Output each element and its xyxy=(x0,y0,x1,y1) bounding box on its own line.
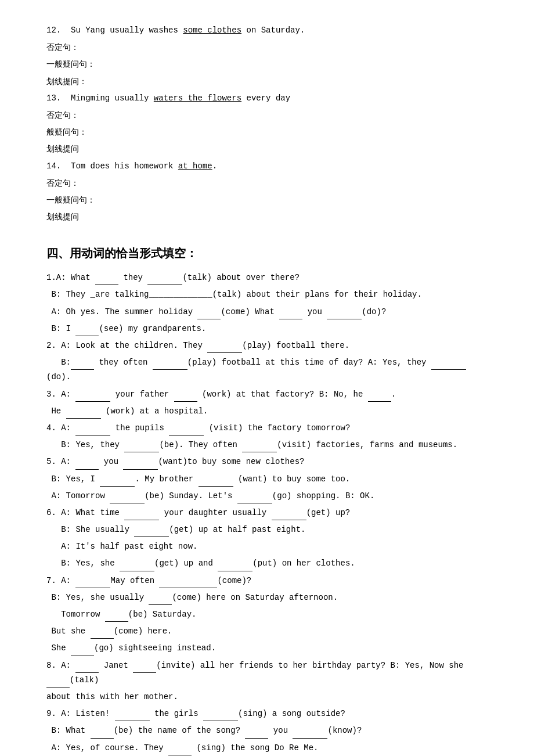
exercise-2: 2. A: Look at the children. They (play) … xyxy=(46,339,488,385)
ex3-line1: 3. A: your father (work) at that factory… xyxy=(46,387,488,402)
ex6-line1: 6. A: What time your daughter usually (g… xyxy=(46,506,488,520)
label-13-3: 划线提问 xyxy=(46,142,488,156)
ex9-line1: 9. A: Listen! the girls (sing) a song ou… xyxy=(46,707,488,721)
exercise-1: 1.A: What they (talk) about over there? … xyxy=(46,271,488,336)
label-14-2: 一般疑问句： xyxy=(46,193,488,207)
ex3-line2: He (work) at a hospital. xyxy=(46,404,488,419)
ex4-line1: 4. A: the pupils (visit) the factory tom… xyxy=(46,421,488,435)
part4-header: 四、用动词的恰当形式填空： xyxy=(46,243,488,264)
label-12-3: 划线提问： xyxy=(46,74,488,89)
label-13-1: 否定句： xyxy=(46,108,488,123)
ex5-line3: A: Tomorrow (be) Sunday. Let's (go) shop… xyxy=(46,489,488,503)
exercise-8: 8. A: Janet (invite) all her friends to … xyxy=(46,658,488,705)
ex7-line3: Tomorrow (be) Saturday. xyxy=(46,607,488,622)
label-14-1: 否定句： xyxy=(46,176,488,190)
ex9-line3: A: Yes, of course. They (sing) the song … xyxy=(46,741,488,755)
page-content: 12. Su Yang usually washes some clothes … xyxy=(46,23,488,756)
label-14-3: 划线提问 xyxy=(46,210,488,224)
sentence-14: 14. Tom does his homework at home. xyxy=(46,159,488,174)
label-12-1: 否定句： xyxy=(46,40,488,55)
part4-section: 四、用动词的恰当形式填空： 1.A: What they (talk) abou… xyxy=(46,243,488,756)
exercise-6: 6. A: What time your daughter usually (g… xyxy=(46,506,488,571)
sentence-12: 12. Su Yang usually washes some clothes … xyxy=(46,23,488,38)
exercise-4: 4. A: the pupils (visit) the factory tom… xyxy=(46,421,488,452)
ex7-line5: She (go) sightseeing instead. xyxy=(46,641,488,656)
ex1-line3: A: Oh yes. The summer holiday (come) Wha… xyxy=(46,305,488,319)
ex6-line3: A: It's half past eight now. xyxy=(46,539,488,554)
ex6-line4: B: Yes, she (get) up and (put) on her cl… xyxy=(46,556,488,571)
ex9-line2: B: What (be) the name of the song? you (… xyxy=(46,723,488,738)
ex1-line2: B: They _are talking_____________(talk) … xyxy=(46,287,488,302)
sentence-13: 13. Mingming usually waters the flowers … xyxy=(46,91,488,106)
item-12: 12. Su Yang usually washes some clothes … xyxy=(46,23,488,89)
ex5-line2: B: Yes, I . My brother (want) to buy som… xyxy=(46,472,488,487)
ex5-line1: 5. A: you (want)to buy some new clothes? xyxy=(46,455,488,469)
ex2-line1: 2. A: Look at the children. They (play) … xyxy=(46,339,488,353)
label-12-2: 一般疑问句： xyxy=(46,57,488,71)
exercise-9: 9. A: Listen! the girls (sing) a song ou… xyxy=(46,707,488,755)
ex7-line4: But she (come) here. xyxy=(46,624,488,639)
item-13: 13. Mingming usually waters the flowers … xyxy=(46,91,488,157)
ex7-line1: 7. A: May often (come)? xyxy=(46,574,488,588)
ex7-line2: B: Yes, she usually (come) here on Satur… xyxy=(46,591,488,605)
exercise-3: 3. A: your father (work) at that factory… xyxy=(46,387,488,419)
item-14: 14. Tom does his homework at home. 否定句： … xyxy=(46,159,488,225)
exercise-7: 7. A: May often (come)? B: Yes, she usua… xyxy=(46,574,488,656)
ex6-line2: B: She usually (get) up at half past eig… xyxy=(46,523,488,537)
part3-section: 12. Su Yang usually washes some clothes … xyxy=(46,23,488,224)
exercise-5: 5. A: you (want)to buy some new clothes?… xyxy=(46,455,488,503)
ex1-line1: 1.A: What they (talk) about over there? xyxy=(46,271,488,285)
ex1-line4: B: I (see) my grandparents. xyxy=(46,322,488,336)
ex8-line1: 8. A: Janet (invite) all her friends to … xyxy=(46,658,488,687)
ex2-line2: B: they often (play) football at this ti… xyxy=(46,355,488,384)
label-13-2: 般疑问句： xyxy=(46,125,488,139)
ex4-line2: B: Yes, they (be). They often (visit) fa… xyxy=(46,438,488,452)
ex8-line2: about this with her mother. xyxy=(46,690,488,704)
